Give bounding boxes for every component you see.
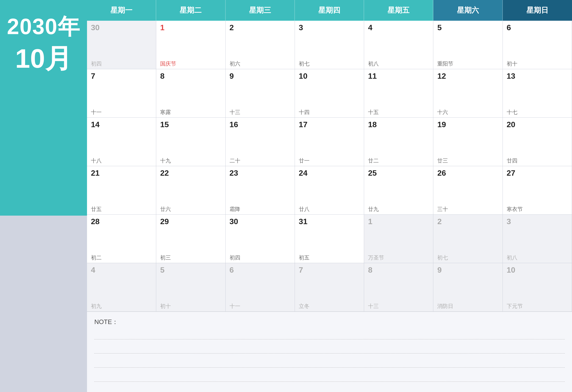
day-number: 24	[299, 169, 360, 177]
lunar-label: 二十	[230, 158, 291, 163]
note-area: NOTE：	[87, 312, 572, 392]
day-number: 11	[368, 72, 429, 80]
header-day: 星期二	[156, 0, 225, 21]
calendar-page: 2030年 10月 October 星期一星期二星期三星期四星期五星期六星期日 …	[0, 0, 572, 392]
lunar-label: 廿四	[507, 158, 568, 163]
day-cell: 3初七	[295, 21, 364, 69]
day-number: 19	[437, 121, 498, 128]
lunar-label: 霜降	[230, 207, 291, 212]
lunar-label: 廿九	[368, 207, 429, 212]
day-cell: 19廿三	[433, 118, 503, 166]
day-cell: 10十四	[295, 69, 364, 118]
day-number: 23	[230, 169, 291, 177]
note-line-3	[94, 359, 565, 368]
day-cell: 3初八	[503, 215, 572, 263]
day-number: 10	[507, 266, 568, 274]
day-number: 9	[437, 266, 498, 274]
day-cell: 12十六	[433, 69, 503, 118]
day-number: 1	[160, 24, 221, 31]
note-line-4	[94, 373, 565, 382]
lunar-label: 初四	[91, 61, 152, 66]
lunar-label: 寒衣节	[507, 207, 568, 212]
note-line-1	[94, 331, 565, 339]
lunar-label: 初二	[91, 255, 152, 260]
day-number: 27	[507, 169, 568, 177]
day-number: 25	[368, 169, 429, 177]
lunar-label: 廿六	[160, 207, 221, 212]
day-cell: 28初二	[87, 215, 156, 263]
lunar-label: 廿二	[368, 158, 429, 163]
lunar-label: 初八	[507, 255, 568, 260]
day-number: 17	[299, 121, 360, 128]
lunar-label: 下元节	[507, 304, 568, 309]
day-cell: 24廿八	[295, 166, 364, 215]
lunar-label: 立冬	[299, 304, 360, 309]
day-cell: 1万圣节	[364, 215, 433, 263]
calendar-grid: 30初四1国庆节2初六3初七4初八5重阳节6初十7十一8寒露9十三10十四11十…	[87, 21, 572, 312]
header-day: 星期五	[364, 0, 433, 21]
day-number: 2	[437, 218, 498, 225]
day-number: 4	[368, 24, 429, 31]
lunar-label: 十三	[368, 304, 429, 309]
day-cell: 8寒露	[156, 69, 225, 118]
day-cell: 15十九	[156, 118, 225, 166]
month-cn-label: 10月	[15, 44, 72, 73]
day-number: 22	[160, 169, 221, 177]
lunar-label: 十一	[91, 110, 152, 115]
lunar-label: 初七	[437, 255, 498, 260]
day-number: 9	[230, 72, 291, 80]
day-number: 15	[160, 121, 221, 128]
lunar-label: 廿五	[91, 207, 152, 212]
day-cell: 5初十	[156, 263, 225, 312]
lunar-label: 三十	[437, 207, 498, 212]
day-cell: 7十一	[87, 69, 156, 118]
header-day: 星期四	[295, 0, 364, 21]
header-day: 星期一	[87, 0, 156, 21]
day-cell: 30初四	[87, 21, 156, 69]
lunar-label: 初九	[91, 304, 152, 309]
lunar-label: 国庆节	[160, 61, 221, 66]
lunar-label: 廿三	[437, 158, 498, 163]
day-cell: 27寒衣节	[503, 166, 572, 215]
day-cell: 4初九	[87, 263, 156, 312]
month-en-label: October	[15, 80, 73, 98]
day-number: 18	[368, 121, 429, 128]
day-number: 26	[437, 169, 498, 177]
day-number: 29	[160, 218, 221, 225]
lunar-label: 寒露	[160, 110, 221, 115]
day-number: 31	[299, 218, 360, 225]
day-number: 2	[230, 24, 291, 31]
day-number: 1	[368, 218, 429, 225]
day-cell: 2初六	[226, 21, 295, 69]
header-day: 星期日	[503, 0, 572, 21]
day-number: 8	[160, 72, 221, 80]
day-number: 28	[91, 218, 152, 225]
day-cell: 6十一	[226, 263, 295, 312]
day-number: 13	[507, 72, 568, 80]
lunar-label: 初十	[507, 61, 568, 66]
day-number: 7	[91, 72, 152, 80]
lunar-label: 廿一	[299, 158, 360, 163]
note-label: NOTE：	[94, 318, 565, 326]
lunar-label: 消防日	[437, 304, 498, 309]
day-number: 10	[299, 72, 360, 80]
lunar-label: 初三	[160, 255, 221, 260]
day-number: 5	[437, 24, 498, 31]
day-cell: 14十八	[87, 118, 156, 166]
day-number: 30	[230, 218, 291, 225]
day-cell: 18廿二	[364, 118, 433, 166]
calendar-header: 星期一星期二星期三星期四星期五星期六星期日	[87, 0, 572, 21]
year-label: 2030年	[7, 15, 80, 39]
day-cell: 9十三	[226, 69, 295, 118]
lunar-label: 初八	[368, 61, 429, 66]
day-cell: 11十五	[364, 69, 433, 118]
day-cell: 16二十	[226, 118, 295, 166]
lunar-label: 十六	[437, 110, 498, 115]
day-number: 5	[160, 266, 221, 274]
lunar-label: 初五	[299, 255, 360, 260]
day-cell: 1国庆节	[156, 21, 225, 69]
lunar-label: 重阳节	[437, 61, 498, 66]
day-number: 7	[299, 266, 360, 274]
day-number: 6	[230, 266, 291, 274]
day-cell: 22廿六	[156, 166, 225, 215]
